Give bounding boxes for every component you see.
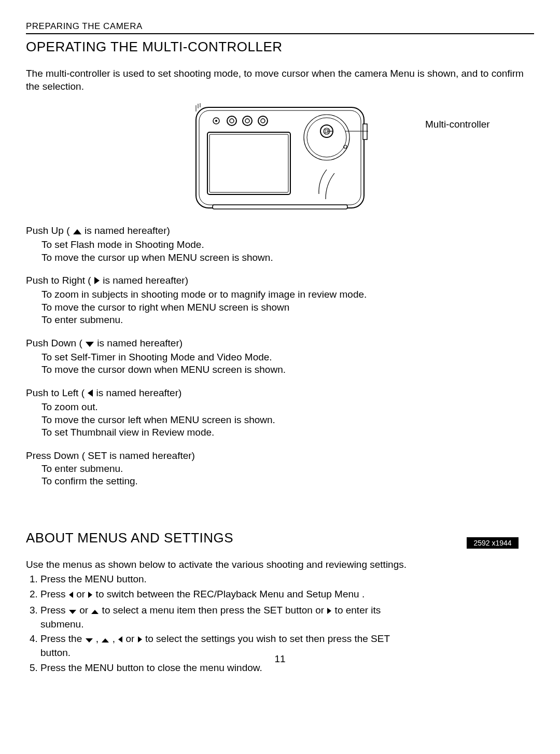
left-arrow-icon <box>118 634 123 647</box>
svg-point-6 <box>215 120 217 122</box>
svg-rect-22 <box>213 205 347 209</box>
resolution-badge: 2592 x1944 <box>467 537 519 549</box>
text: is named hereafter) <box>97 338 183 348</box>
press-set-block: Press Down ( SET is named hereafter) To … <box>26 450 534 488</box>
push-up-block: Push Up ( is named hereafter) To set Fla… <box>26 225 534 264</box>
text: To set Flash mode in Shooting Mode. <box>41 239 534 252</box>
text: To move the cursor up when MENU screen i… <box>41 252 534 264</box>
down-arrow-icon <box>68 605 77 618</box>
svg-marker-37 <box>138 636 142 643</box>
svg-marker-33 <box>327 608 331 614</box>
text: To confirm the setting. <box>41 475 534 488</box>
svg-marker-36 <box>118 636 122 643</box>
svg-point-11 <box>258 116 268 125</box>
text: To set Self-Timer in Shooting Mode and V… <box>41 351 534 364</box>
text: is named hereafter) <box>103 275 188 286</box>
svg-point-12 <box>261 119 265 123</box>
svg-point-10 <box>245 119 249 123</box>
down-arrow-icon <box>85 338 94 351</box>
text: is named hereafter) <box>96 387 182 398</box>
text: , <box>113 633 118 644</box>
svg-rect-0 <box>196 107 364 208</box>
text: Press the <box>40 633 85 644</box>
svg-marker-27 <box>86 342 94 347</box>
section-header: PREPARING THE CAMERA <box>26 21 534 34</box>
right-arrow-icon <box>88 589 93 602</box>
svg-marker-28 <box>88 389 93 397</box>
text: or <box>76 589 88 599</box>
text: is named hereafter) <box>85 225 170 236</box>
text: , <box>96 633 102 644</box>
text: Press <box>40 605 68 616</box>
svg-marker-30 <box>88 592 92 598</box>
svg-rect-21 <box>363 124 367 139</box>
text: To zoom in subjects in shooting mode or … <box>41 288 534 301</box>
callout-label: Multi-controller <box>425 118 490 131</box>
push-left-block: Push to Left ( is named hereafter) To zo… <box>26 387 534 439</box>
step-2: Press or to switch between the REC/Playb… <box>40 588 393 602</box>
svg-marker-29 <box>69 592 73 598</box>
left-arrow-icon <box>68 589 74 602</box>
push-down-block: Push Down ( is named hereafter) To set S… <box>26 337 534 376</box>
text: To move the cursor down when MENU screen… <box>41 364 534 376</box>
step-1: Press the MENU button. <box>40 573 393 586</box>
text: Push to Right ( <box>26 275 94 286</box>
page-title-2: ABOUT MENUS AND SETTINGS <box>26 529 534 547</box>
up-arrow-icon <box>91 605 99 618</box>
svg-point-8 <box>230 119 234 123</box>
camera-figure: Multi-controller <box>26 103 534 217</box>
text: to switch between the REC/Playback Menu … <box>96 589 365 599</box>
svg-marker-26 <box>94 277 100 284</box>
up-arrow-icon <box>101 634 109 647</box>
text: To enter submenu. <box>41 463 534 476</box>
up-arrow-icon <box>73 226 82 239</box>
svg-point-7 <box>227 116 236 125</box>
push-right-block: Push to Right ( is named hereafter) To z… <box>26 274 534 327</box>
right-arrow-icon <box>327 605 332 618</box>
svg-marker-31 <box>69 610 76 614</box>
down-arrow-icon <box>85 634 93 647</box>
text: Press Down ( SET is named hereafter) <box>26 450 534 463</box>
text: Use the menus as shown below to activate… <box>26 558 534 571</box>
text: Push Up ( <box>26 225 73 236</box>
text: To move the cursor to right when MENU sc… <box>41 301 534 314</box>
svg-point-9 <box>243 116 252 125</box>
page-number: 11 <box>0 653 560 666</box>
right-arrow-icon <box>94 275 100 288</box>
intro-text: The multi-controller is used to set shoo… <box>26 67 534 93</box>
manual-page: PREPARING THE CAMERA OPERATING THE MULTI… <box>0 0 560 754</box>
text: Push Down ( <box>26 338 85 348</box>
text: To move the cursor left when MENU screen… <box>41 414 534 427</box>
svg-marker-25 <box>73 229 81 234</box>
text: To zoom out. <box>41 401 534 414</box>
right-arrow-icon <box>137 634 143 647</box>
left-arrow-icon <box>87 388 93 401</box>
text: or <box>79 605 91 616</box>
svg-marker-32 <box>91 610 99 614</box>
step-3: Press or to select a menu item then pres… <box>40 604 393 631</box>
text: Push to Left ( <box>26 387 87 398</box>
camera-illustration <box>192 103 368 212</box>
text: To enter submenu. <box>41 314 534 327</box>
text: or <box>126 633 137 644</box>
svg-rect-13 <box>207 132 290 194</box>
svg-rect-14 <box>209 134 288 192</box>
svg-marker-35 <box>102 638 109 643</box>
svg-marker-34 <box>86 638 93 643</box>
text: To set Thumbnail view in Review mode. <box>41 426 534 439</box>
text: to select a menu item then press the SET… <box>102 605 327 616</box>
text: Press <box>40 589 68 599</box>
page-title-1: OPERATING THE MULTI-CONTROLLER <box>26 38 534 56</box>
